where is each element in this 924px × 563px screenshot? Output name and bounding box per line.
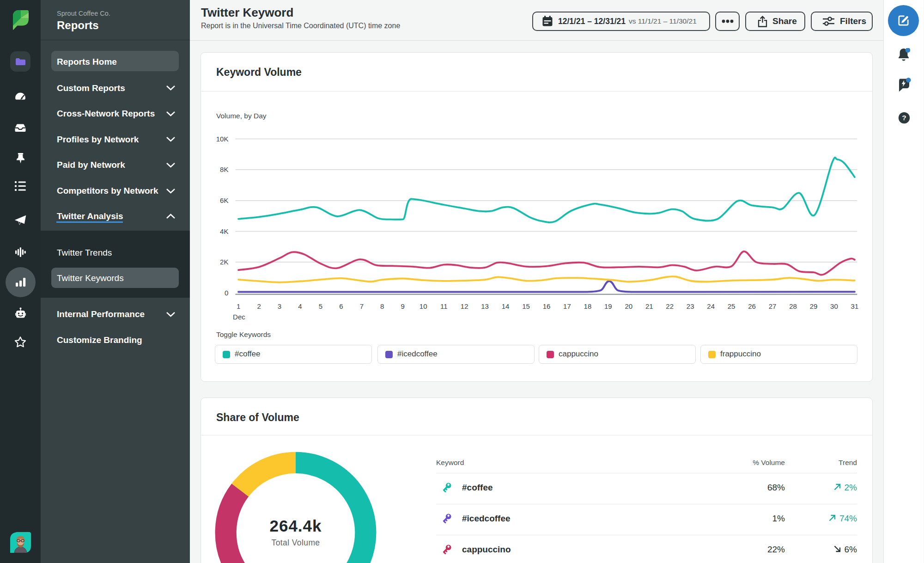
svg-text:20: 20 bbox=[625, 302, 632, 310]
svg-text:5: 5 bbox=[319, 302, 322, 310]
svg-text:12: 12 bbox=[461, 302, 468, 310]
svg-text:10: 10 bbox=[419, 302, 427, 310]
svg-text:3: 3 bbox=[278, 302, 281, 310]
svg-text:23: 23 bbox=[687, 302, 694, 310]
svg-text:16: 16 bbox=[543, 302, 551, 310]
svg-text:31: 31 bbox=[851, 302, 859, 310]
svg-text:29: 29 bbox=[810, 302, 818, 310]
svg-text:21: 21 bbox=[645, 302, 653, 310]
svg-text:17: 17 bbox=[563, 302, 571, 310]
svg-text:2: 2 bbox=[257, 302, 261, 310]
svg-text:25: 25 bbox=[728, 302, 736, 310]
svg-text:9: 9 bbox=[401, 302, 405, 310]
svg-text:30: 30 bbox=[830, 302, 838, 310]
svg-text:22: 22 bbox=[666, 302, 674, 310]
svg-text:13: 13 bbox=[481, 302, 489, 310]
svg-text:27: 27 bbox=[769, 302, 777, 310]
svg-text:26: 26 bbox=[748, 302, 756, 310]
svg-text:28: 28 bbox=[789, 302, 797, 310]
svg-text:0: 0 bbox=[225, 289, 228, 297]
svg-text:2K: 2K bbox=[220, 258, 228, 266]
svg-text:18: 18 bbox=[584, 302, 592, 310]
svg-text:8: 8 bbox=[380, 302, 384, 310]
svg-text:1: 1 bbox=[237, 302, 240, 310]
svg-text:?: ? bbox=[902, 114, 906, 122]
svg-text:14: 14 bbox=[502, 302, 510, 310]
svg-text:4K: 4K bbox=[220, 227, 228, 235]
svg-text:7: 7 bbox=[360, 302, 364, 310]
svg-text:4: 4 bbox=[298, 302, 302, 310]
svg-text:19: 19 bbox=[604, 302, 612, 310]
svg-text:6: 6 bbox=[339, 302, 343, 310]
svg-text:Dec: Dec bbox=[233, 313, 245, 321]
svg-text:24: 24 bbox=[707, 302, 715, 310]
svg-text:10K: 10K bbox=[216, 135, 229, 143]
svg-text:15: 15 bbox=[522, 302, 530, 310]
svg-text:6K: 6K bbox=[220, 196, 228, 204]
svg-text:11: 11 bbox=[440, 302, 448, 310]
svg-text:8K: 8K bbox=[220, 165, 228, 173]
